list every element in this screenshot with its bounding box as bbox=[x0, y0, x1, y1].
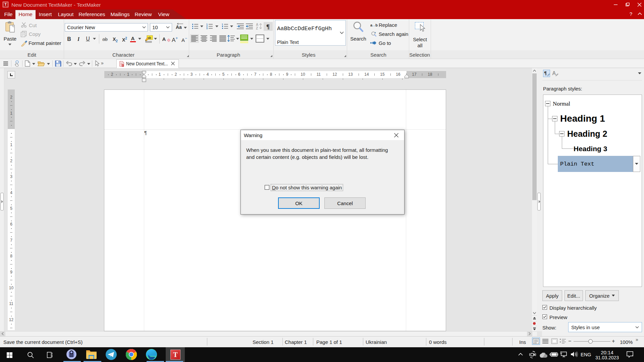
svg-text:T: T bbox=[122, 65, 123, 67]
